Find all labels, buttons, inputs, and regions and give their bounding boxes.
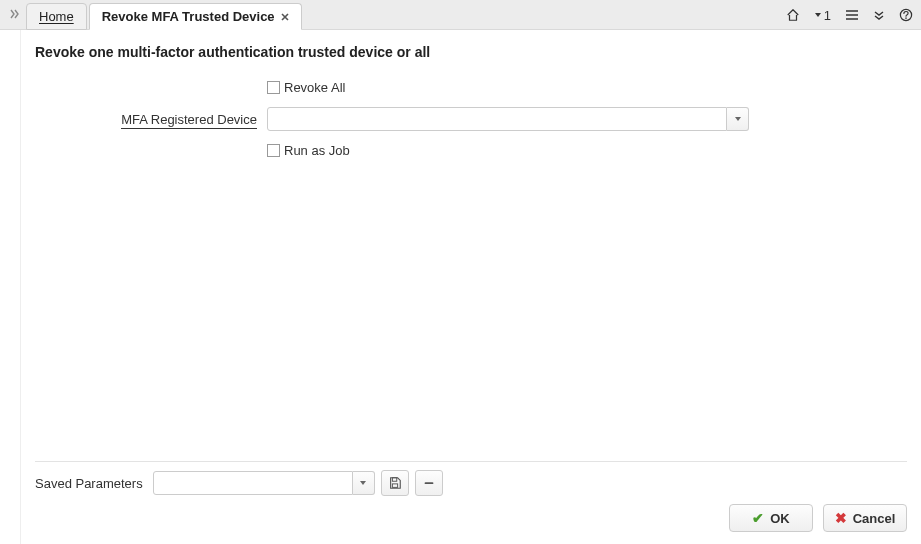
ok-button-label: OK <box>770 511 790 526</box>
saved-parameters-combo[interactable] <box>153 471 375 495</box>
check-icon: ✔ <box>752 511 764 525</box>
close-icon: ✖ <box>835 511 847 525</box>
tab-close-icon[interactable] <box>281 11 289 23</box>
checkbox-box-icon <box>267 81 280 94</box>
tab-home[interactable]: Home <box>26 3 87 30</box>
run-as-job-label: Run as Job <box>284 143 350 158</box>
cancel-button[interactable]: ✖ Cancel <box>823 504 907 532</box>
jobs-count: 1 <box>824 8 831 23</box>
saved-parameters-label: Saved Parameters <box>35 476 143 491</box>
svg-rect-3 <box>392 484 397 488</box>
svg-point-1 <box>905 17 907 19</box>
svg-rect-4 <box>424 482 433 484</box>
save-parameters-button[interactable] <box>381 470 409 496</box>
caret-down-icon <box>734 115 742 123</box>
top-bar: Home Revoke MFA Trusted Device 1 <box>0 0 921 30</box>
caret-down-icon <box>359 479 367 487</box>
help-icon[interactable] <box>899 8 913 22</box>
mfa-device-input[interactable] <box>267 107 727 131</box>
collapse-icon[interactable] <box>873 9 885 21</box>
jobs-dropdown[interactable]: 1 <box>814 8 831 23</box>
saved-parameters-dropdown-button[interactable] <box>353 471 375 495</box>
saved-parameters-input[interactable] <box>153 471 353 495</box>
saved-parameters-row: Saved Parameters <box>35 470 907 504</box>
mfa-device-combo[interactable] <box>267 107 749 131</box>
run-as-job-checkbox[interactable]: Run as Job <box>267 143 350 158</box>
cancel-button-label: Cancel <box>853 511 896 526</box>
menu-icon[interactable] <box>845 9 859 21</box>
tab-revoke-mfa[interactable]: Revoke MFA Trusted Device <box>89 3 302 30</box>
remove-parameters-button[interactable] <box>415 470 443 496</box>
caret-down-icon <box>814 11 822 19</box>
save-icon <box>388 476 402 490</box>
mfa-device-dropdown-button[interactable] <box>727 107 749 131</box>
revoke-all-checkbox[interactable]: Revoke All <box>267 80 345 95</box>
ok-button[interactable]: ✔ OK <box>729 504 813 532</box>
mfa-device-label: MFA Registered Device <box>121 112 257 129</box>
home-icon[interactable] <box>786 8 800 22</box>
minus-icon <box>422 476 436 490</box>
topbar-actions: 1 <box>786 0 913 30</box>
checkbox-box-icon <box>267 144 280 157</box>
revoke-all-label: Revoke All <box>284 80 345 95</box>
sidebar-expand-button[interactable] <box>6 0 24 28</box>
page-title: Revoke one multi-factor authentication t… <box>35 44 907 60</box>
tab-home-label: Home <box>39 10 74 23</box>
form-area: Revoke All MFA Registered Device <box>35 80 907 461</box>
tab-revoke-mfa-label: Revoke MFA Trusted Device <box>102 10 275 23</box>
